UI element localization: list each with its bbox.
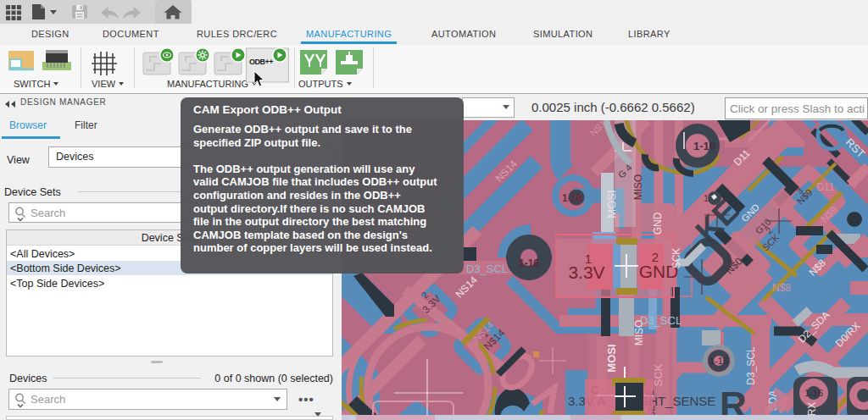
svg-text:D3_SCL: D3_SCL <box>640 314 682 327</box>
svg-text:D3_SCL: D3_SCL <box>466 262 508 275</box>
svg-text:D3_SCL: D3_SCL <box>745 346 757 385</box>
svg-text:D11: D11 <box>816 181 834 193</box>
svg-text:SCK: SCK <box>652 363 665 386</box>
svg-text:1: 1 <box>704 194 709 203</box>
svg-text:1-16: 1-16 <box>519 257 539 269</box>
svg-text:MOSI: MOSI <box>605 344 618 372</box>
svg-text:GND: GND <box>652 212 664 235</box>
svg-text:3.3V: 3.3V <box>568 262 604 282</box>
svg-text:SCK: SCK <box>670 248 682 269</box>
svg-text:RX: RX <box>806 402 818 417</box>
svg-text:MOSI: MOSI <box>605 190 618 218</box>
svg-text:1-16: 1-16 <box>693 140 715 152</box>
svg-text:1-16: 1-16 <box>804 388 823 398</box>
svg-text:1-16: 1-16 <box>709 356 728 366</box>
svg-text:1-16: 1-16 <box>562 192 582 204</box>
svg-text:N$8: N$8 <box>772 282 791 294</box>
svg-text:MISO: MISO <box>632 174 644 201</box>
svg-text:ODB++: ODB++ <box>249 58 273 66</box>
svg-text:R: R <box>720 384 747 420</box>
